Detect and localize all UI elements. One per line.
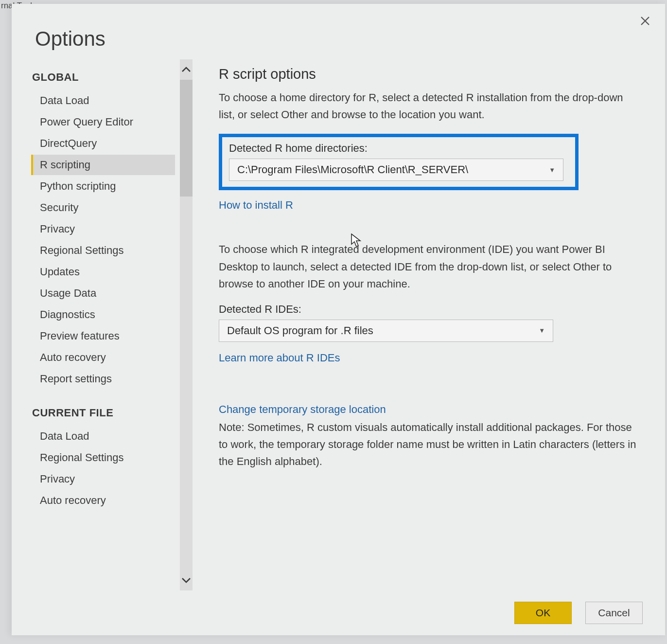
sidebar-item-updates[interactable]: Updates <box>31 262 175 282</box>
r-home-label: Detected R home directories: <box>229 142 568 155</box>
sidebar-item-cf-auto-recovery[interactable]: Auto recovery <box>31 490 175 511</box>
close-button[interactable] <box>637 13 653 29</box>
sidebar-item-data-load[interactable]: Data Load <box>31 90 175 111</box>
options-dialog: Options GLOBAL Data Load Power Query Edi… <box>12 4 665 635</box>
sidebar-item-python-scripting[interactable]: Python scripting <box>31 176 175 197</box>
dialog-header: Options <box>12 4 665 59</box>
r-ide-select[interactable]: Default OS program for .R files ▼ <box>219 320 553 342</box>
content-intro-text: To choose a home directory for R, select… <box>219 89 637 123</box>
install-r-link[interactable]: How to install R <box>219 199 293 212</box>
sidebar-item-directquery[interactable]: DirectQuery <box>31 133 175 154</box>
sidebar-item-report-settings[interactable]: Report settings <box>31 369 175 389</box>
sidebar-item-security[interactable]: Security <box>31 197 175 218</box>
dialog-title: Options <box>35 27 644 51</box>
content-panel: R script options To choose a home direct… <box>193 59 651 590</box>
r-home-value: C:\Program Files\Microsoft\R Client\R_SE… <box>237 163 468 176</box>
close-icon <box>640 16 650 26</box>
learn-r-ides-link[interactable]: Learn more about R IDEs <box>219 352 340 364</box>
scroll-up-button[interactable] <box>180 59 193 80</box>
dialog-footer: OK Cancel <box>12 590 665 635</box>
r-home-highlight-box: Detected R home directories: C:\Program … <box>219 134 579 190</box>
cancel-button[interactable]: Cancel <box>585 602 643 624</box>
dropdown-caret-icon: ▼ <box>539 327 545 334</box>
r-ide-label: Detected R IDEs: <box>219 303 637 316</box>
sidebar-item-privacy[interactable]: Privacy <box>31 219 175 239</box>
sidebar-heading-current-file: CURRENT FILE <box>32 407 175 419</box>
sidebar-heading-global: GLOBAL <box>32 71 175 84</box>
sidebar-scrollbar[interactable] <box>180 59 193 590</box>
sidebar-current-list: Data Load Regional Settings Privacy Auto… <box>31 426 175 511</box>
sidebar-item-power-query-editor[interactable]: Power Query Editor <box>31 112 175 132</box>
sidebar-global-list: Data Load Power Query Editor DirectQuery… <box>31 90 175 389</box>
sidebar-item-cf-regional-settings[interactable]: Regional Settings <box>31 447 175 468</box>
sidebar-column: GLOBAL Data Load Power Query Editor Dire… <box>31 59 193 590</box>
change-storage-link[interactable]: Change temporary storage location <box>219 403 386 416</box>
sidebar-item-preview-features[interactable]: Preview features <box>31 326 175 346</box>
sidebar-item-r-scripting[interactable]: R scripting <box>31 155 175 175</box>
scroll-thumb[interactable] <box>180 80 193 197</box>
sidebar: GLOBAL Data Load Power Query Editor Dire… <box>31 59 180 590</box>
sidebar-item-auto-recovery[interactable]: Auto recovery <box>31 347 175 368</box>
scroll-down-button[interactable] <box>180 570 193 590</box>
storage-note-text: Note: Sometimes, R custom visuals automa… <box>219 419 637 470</box>
dropdown-caret-icon: ▼ <box>549 166 555 174</box>
ok-button[interactable]: OK <box>514 602 572 624</box>
sidebar-item-diagnostics[interactable]: Diagnostics <box>31 304 175 325</box>
chevron-up-icon <box>182 67 191 72</box>
sidebar-item-cf-privacy[interactable]: Privacy <box>31 469 175 489</box>
sidebar-item-usage-data[interactable]: Usage Data <box>31 283 175 304</box>
content-title: R script options <box>219 66 637 82</box>
dialog-body: GLOBAL Data Load Power Query Editor Dire… <box>12 59 665 590</box>
sidebar-item-regional-settings[interactable]: Regional Settings <box>31 240 175 261</box>
r-ide-intro-text: To choose which R integrated development… <box>219 241 637 292</box>
chevron-down-icon <box>182 577 191 583</box>
r-home-select[interactable]: C:\Program Files\Microsoft\R Client\R_SE… <box>229 159 563 181</box>
sidebar-item-cf-data-load[interactable]: Data Load <box>31 426 175 447</box>
r-ide-value: Default OS program for .R files <box>227 324 373 337</box>
